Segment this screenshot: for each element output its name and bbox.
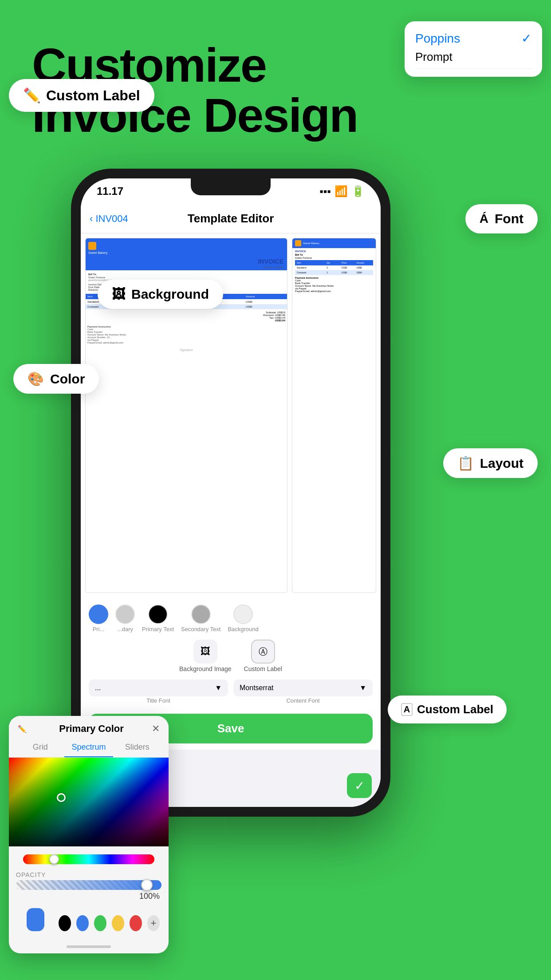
poppins-label: Poppins [415,32,460,46]
custom-label-text: Custom Label [46,87,140,104]
opacity-section-label: OPACITY [9,869,169,880]
primary-text-label: Primary Text [142,626,174,632]
custom-label-item[interactable]: Ⓐ Custom Label [244,640,282,672]
color-chip-icon: 🎨 [28,371,44,387]
invoice-right-header: Sweet Bakery [292,238,376,248]
layout-chip-label: Layout [480,456,523,471]
bakery-name-left: Sweet Bakery [88,251,284,254]
invoice-label: INVOICE [89,258,283,265]
font-chip-label: Font [495,211,523,226]
color-chip-label: Color [50,371,85,387]
custom-label-chip-top[interactable]: ✏️ Custom Label [9,79,154,112]
color-options-row: Pri... ...dary Primary Text Seconda [81,597,381,636]
battery-icon: 🔋 [351,185,365,198]
background-color-item[interactable]: Background [228,605,258,632]
content-font-chevron: ▼ [359,684,366,692]
color-picker-title: Primary Color [31,723,152,735]
invoice-totals: Subtotal: US$10 Discount: US$0.96 Tax: U… [86,309,287,324]
primary-text-color-item[interactable]: Primary Text [142,605,174,632]
selected-color-swatch [27,908,44,931]
font-poppins-option[interactable]: Poppins ✓ [415,31,531,46]
gradient-selector[interactable] [57,793,66,802]
nav-back-button[interactable]: ‹ INV004 [90,213,128,225]
background-image-label: Background Image [179,665,232,672]
pencil-small-icon: ✏️ [18,725,31,733]
background-chip[interactable]: 🖼 Background [98,280,223,309]
invoice-right: Sweet Bakery INVOICE Bill To Gwen Fortun… [292,238,376,593]
invoice-payment: Payment Instruction Cash Bank Transfer A… [86,324,287,346]
nav-bar: ‹ INV004 Template Editor [81,204,381,233]
add-swatch-button[interactable]: + [147,915,160,931]
hue-slider[interactable] [23,854,154,864]
nav-title: Template Editor [188,212,274,225]
wifi-icon: ▪▪▪ [319,185,331,198]
custom-label-icon[interactable]: Ⓐ [251,640,275,664]
content-font-value: Montserrat [240,684,273,692]
invoice-title-area: INVOICE Number: INV004 [86,256,287,270]
swatch-blue[interactable] [76,915,89,931]
wifi-signal-icon: 📶 [335,185,348,198]
layout-chip-icon: 📋 [457,455,474,471]
custom-label-bottom-text: Custom Label [417,703,493,716]
bill-to-label: Bill To [88,273,284,276]
opacity-thumb[interactable] [141,879,153,891]
bottom-handle [67,945,111,948]
tab-sliders[interactable]: Sliders [113,738,161,757]
poppins-check-icon: ✓ [521,31,531,46]
opacity-value: 100% [9,892,169,905]
title-font-select[interactable]: ... ▼ [89,680,228,696]
font-prompt-option[interactable]: Prompt [415,50,531,64]
invoice-header: Sweet Bakery [86,238,287,256]
notch [191,178,271,195]
font-chip[interactable]: Á Font [465,204,538,233]
font-chip-icon: Á [480,212,488,226]
tab-grid[interactable]: Grid [16,738,64,757]
background-chip-label: Background [131,287,209,302]
primary-text-circle[interactable] [148,605,168,624]
custom-label-chip-bottom[interactable]: A Custom Label [388,695,507,723]
font-options-row: ... ▼ Title Font Montserrat ▼ Content Fo… [81,676,381,707]
pencil-icon: ✏️ [23,87,41,104]
secondary-text-color-item[interactable]: Secondary Text [181,605,220,632]
primary-color-circle[interactable] [89,605,108,624]
primary-color-item[interactable]: Pri... [89,605,108,632]
status-time: 11.17 [97,185,123,198]
save-check-button[interactable]: ✓ [347,773,372,798]
invoice-right-body: INVOICE Bill To Gwen Fortune ItemQtyPric… [292,248,376,294]
signature-area: Signature [86,346,287,354]
hue-thumb[interactable] [49,854,59,864]
title-font-label: Title Font [89,697,228,704]
color-gradient-area[interactable] [9,758,169,846]
tab-spectrum[interactable]: Spectrum [64,738,113,757]
color-picker-close-button[interactable]: ✕ [152,723,160,735]
title-font-area: ... ▼ Title Font [89,680,228,704]
font-selector-card: Poppins ✓ Prompt [405,21,542,77]
status-icons: ▪▪▪ 📶 🔋 [319,185,365,198]
phone-screen: 11.17 ▪▪▪ 📶 🔋 ‹ INV004 Template Editor [81,178,381,807]
background-color-circle[interactable] [233,605,253,624]
secondary-color-item[interactable]: ...dary [115,605,135,632]
primary-color-label: Pri... [93,626,105,632]
swatch-red[interactable] [130,915,142,931]
color-swatches: + [9,905,169,942]
opacity-slider[interactable] [16,880,161,890]
background-chip-icon: 🖼 [112,287,125,302]
swatch-black[interactable] [59,915,71,931]
content-font-select[interactable]: Montserrat ▼ [233,680,373,696]
custom-label-bottom-icon: A [401,703,413,716]
layout-chip[interactable]: 📋 Layout [443,448,538,478]
secondary-color-circle[interactable] [115,605,135,624]
background-image-icon[interactable]: 🖼 [193,640,217,664]
content-font-label: Content Font [233,697,373,704]
background-color-label: Background [228,626,258,632]
custom-label-label: Custom Label [244,665,282,672]
content-font-area: Montserrat ▼ Content Font [233,680,373,704]
status-bar: 11.17 ▪▪▪ 📶 🔋 [81,178,381,204]
color-chip[interactable]: 🎨 Color [13,364,99,394]
secondary-text-label: Secondary Text [181,626,220,632]
secondary-text-circle[interactable] [191,605,211,624]
icon-options-row: 🖼 Background Image Ⓐ Custom Label [81,636,381,676]
background-image-item[interactable]: 🖼 Background Image [179,640,232,672]
swatch-yellow[interactable] [112,915,124,931]
swatch-green[interactable] [94,915,106,931]
